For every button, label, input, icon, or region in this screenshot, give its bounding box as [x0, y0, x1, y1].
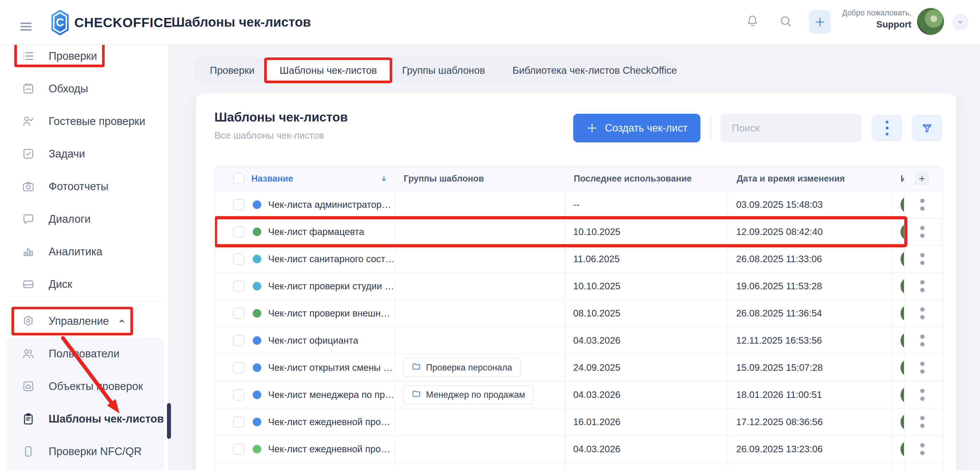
- template-name[interactable]: Чек-лист проверки студии …: [268, 281, 394, 292]
- template-name[interactable]: Чек-лист фармацевта: [268, 226, 364, 237]
- name-cell: Чек-лист менеджера по пр…: [215, 381, 395, 408]
- template-group-chip[interactable]: Менеджер по продажам: [403, 386, 534, 404]
- checkoffice-logo[interactable]: C CHECKOFFICE: [51, 9, 172, 36]
- row-checkbox[interactable]: [233, 199, 244, 210]
- modified-by-avatar: [900, 223, 905, 241]
- row-kebab-menu-button[interactable]: [920, 389, 924, 401]
- row-checkbox[interactable]: [233, 416, 244, 428]
- header-search-icon[interactable]: [779, 14, 792, 29]
- status-dot: [253, 363, 261, 372]
- row-checkbox[interactable]: [233, 443, 244, 455]
- row-checkbox[interactable]: [233, 280, 244, 292]
- row-kebab-menu-button[interactable]: [920, 443, 924, 455]
- tab-0[interactable]: Проверки: [197, 61, 267, 80]
- row-kebab-menu-button[interactable]: [920, 416, 924, 428]
- last-used-cell: 04.03.2026: [565, 381, 728, 408]
- create-checklist-button[interactable]: Создать чек-лист: [573, 114, 700, 142]
- kebab-dots-icon: [886, 121, 889, 135]
- row-kebab-menu-button[interactable]: [920, 362, 924, 374]
- template-name[interactable]: Чек-лист ежедневной про…: [268, 444, 390, 454]
- row-checkbox[interactable]: [233, 307, 244, 319]
- actions-cell: [905, 300, 942, 327]
- status-dot: [253, 445, 261, 453]
- welcome-block: Добро пожаловать, Support: [842, 9, 912, 30]
- sidebar-item-dialogs[interactable]: Диалоги: [0, 203, 169, 235]
- template-name[interactable]: Чек-лист открытия смены …: [268, 362, 393, 373]
- row-checkbox[interactable]: [233, 226, 244, 237]
- column-header-groups[interactable]: Группы шаблонов: [395, 166, 565, 191]
- groups-cell: Проверка персонала: [395, 354, 565, 381]
- template-name[interactable]: Чек-лист официанта: [268, 335, 358, 346]
- name-cell: Чек-лист проверки внешн…: [215, 300, 395, 327]
- sidebar-item-users[interactable]: Пользователи: [6, 337, 164, 370]
- column-header-modified-by[interactable]: Изменил: [892, 166, 905, 191]
- user-avatar[interactable]: [917, 8, 944, 35]
- table-row[interactable]: Чек-лист ежедневной про… 04.03.2026 26.0…: [215, 436, 943, 463]
- hamburger-menu-icon[interactable]: [19, 20, 33, 33]
- row-kebab-menu-button[interactable]: [920, 199, 924, 211]
- table-row[interactable]: Чек-лист фармацевта 10.10.2025 12.09.202…: [215, 218, 943, 245]
- table-row[interactable]: Чек-лист проверки внешн… 08.10.2025 26.0…: [215, 300, 943, 327]
- column-header-last-used[interactable]: Последнее использование: [565, 166, 728, 191]
- modified-cell: 26.08.2025 11:36:54: [728, 300, 892, 327]
- name-cell: Чек-листа администратор…: [215, 191, 395, 218]
- sort-desc-icon[interactable]: [380, 174, 388, 183]
- row-checkbox[interactable]: [233, 389, 244, 400]
- sidebar-item-nfc[interactable]: Проверки NFC/QR: [6, 435, 164, 468]
- sidebar-item-management[interactable]: Управление: [0, 305, 169, 337]
- sidebar-item-tasks[interactable]: Задачи: [0, 137, 169, 170]
- last-used-cell: 04.03.2026: [565, 436, 728, 462]
- select-all-checkbox[interactable]: [233, 173, 244, 185]
- template-name[interactable]: Чек-лист санитарного сост…: [268, 253, 395, 264]
- filter-button[interactable]: [912, 115, 942, 141]
- table-row[interactable]: Чек-листа администратор… -- 03.09.2025 1…: [215, 191, 943, 218]
- actions-cell: [905, 436, 942, 462]
- tab-1[interactable]: Шаблоны чек-листов: [267, 61, 389, 80]
- sidebar-item-guest-checks[interactable]: Гостевые проверки: [0, 105, 169, 137]
- profile-chevron-down-icon[interactable]: [952, 14, 969, 30]
- template-group-chip[interactable]: Проверка персонала: [403, 358, 521, 377]
- groups-cell: [395, 408, 565, 435]
- row-kebab-menu-button[interactable]: [920, 307, 924, 319]
- sidebar-item-rounds[interactable]: Обходы: [0, 72, 169, 105]
- sidebar-item-templates[interactable]: Шаблоны чек-листов: [6, 403, 164, 435]
- template-name[interactable]: Чек-лист менеджера по пр…: [268, 389, 394, 400]
- panel-kebab-menu-button[interactable]: [872, 115, 902, 141]
- table-row[interactable]: Чек-лист открытия смены … Проверка персо…: [215, 354, 943, 381]
- column-header-modified[interactable]: Дата и время изменения: [728, 166, 892, 191]
- sidebar-item-disk[interactable]: Диск: [0, 268, 169, 301]
- groups-cell: Менеджер по продажам: [395, 381, 565, 408]
- row-checkbox[interactable]: [233, 253, 244, 265]
- row-checkbox[interactable]: [233, 335, 244, 346]
- tab-2[interactable]: Группы шаблонов: [389, 61, 498, 80]
- row-checkbox[interactable]: [233, 362, 244, 373]
- search-input[interactable]: [721, 114, 861, 142]
- modified-by-avatar: [900, 196, 905, 213]
- notifications-bell-icon[interactable]: [746, 14, 759, 29]
- column-header-name[interactable]: Название: [215, 166, 395, 191]
- table-row[interactable]: [215, 463, 943, 470]
- row-kebab-menu-button[interactable]: [920, 280, 924, 292]
- template-name[interactable]: Чек-листа администратор…: [268, 199, 391, 210]
- table-row[interactable]: Чек-лист ежедневной про… 16.01.2026 17.1…: [215, 408, 943, 436]
- table-header: Название Группы шаблонов Последнее испол…: [215, 166, 943, 191]
- sidebar: Проверки Обходы Гостевые проверки Задачи…: [0, 45, 169, 470]
- row-kebab-menu-button[interactable]: [920, 226, 924, 238]
- row-kebab-menu-button[interactable]: [920, 335, 924, 346]
- sidebar-item-objects[interactable]: Объекты проверок: [6, 370, 164, 403]
- sidebar-item-analytics[interactable]: Аналитика: [0, 235, 169, 268]
- name-cell: Чек-лист ежедневной про…: [215, 436, 395, 462]
- table-row[interactable]: Чек-лист санитарного сост… 11.06.2025 26…: [215, 245, 943, 273]
- template-name[interactable]: Чек-лист ежедневной про…: [268, 417, 390, 427]
- template-name[interactable]: Чек-лист проверки внешн…: [268, 308, 390, 319]
- sidebar-item-photo-reports[interactable]: Фотоотчеты: [0, 170, 169, 203]
- row-kebab-menu-button[interactable]: [920, 253, 924, 265]
- table-row[interactable]: Чек-лист проверки студии … 10.10.2025 19…: [215, 273, 943, 300]
- tab-3[interactable]: Библиотека чек-листов CheckOffice: [500, 61, 690, 80]
- table-row[interactable]: Чек-лист официанта 04.03.2026 12.11.2025…: [215, 327, 943, 354]
- table-row[interactable]: Чек-лист менеджера по пр… Менеджер по пр…: [215, 381, 943, 408]
- quick-create-button[interactable]: [809, 10, 831, 34]
- svg-text:C: C: [56, 16, 64, 29]
- add-column-button[interactable]: [915, 172, 929, 186]
- status-dot: [253, 228, 261, 236]
